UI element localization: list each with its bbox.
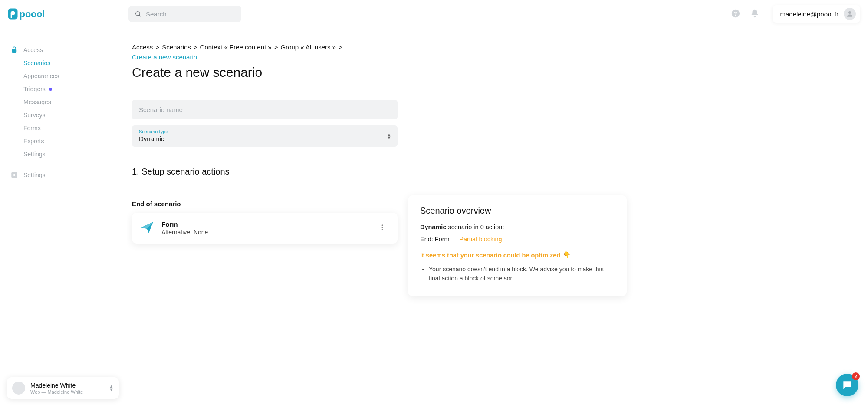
sidebar-section-access[interactable]: Access bbox=[8, 43, 122, 56]
chat-icon bbox=[842, 379, 853, 391]
action-subtitle: Alternative: None bbox=[161, 229, 368, 236]
breadcrumb-part[interactable]: Scenarios bbox=[162, 43, 191, 51]
overview-summary: Dynamic scenario in 0 action: bbox=[420, 224, 615, 230]
breadcrumb-separator: > bbox=[274, 43, 278, 51]
sidebar-item-label: Messages bbox=[23, 99, 51, 105]
sidebar-global-settings-label: Settings bbox=[23, 171, 46, 178]
overview-optimize-heading: It seems that your scenario could be opt… bbox=[420, 251, 615, 259]
breadcrumb-separator: > bbox=[339, 43, 342, 51]
breadcrumb-part[interactable]: Group « All users » bbox=[280, 43, 336, 51]
avatar bbox=[844, 8, 856, 20]
user-email: madeleine@poool.fr bbox=[780, 10, 838, 18]
sidebar-item-triggers[interactable]: Triggers bbox=[21, 82, 122, 95]
user-menu[interactable]: madeleine@poool.fr bbox=[773, 5, 860, 23]
sidebar-item-appearances[interactable]: Appearances bbox=[21, 69, 122, 82]
breadcrumb-current: Create a new scenario bbox=[132, 53, 197, 61]
sidebar-item-messages[interactable]: Messages bbox=[21, 95, 122, 109]
breadcrumb: Access > Scenarios > Context « Free cont… bbox=[132, 43, 398, 61]
breadcrumb-separator: > bbox=[194, 43, 197, 51]
overview-heading: Scenario overview bbox=[420, 206, 615, 216]
notifications-icon[interactable] bbox=[750, 9, 760, 20]
search-icon bbox=[135, 10, 141, 18]
chat-badge: 2 bbox=[852, 372, 860, 380]
pointing-down-icon: 👇 bbox=[563, 251, 571, 259]
breadcrumb-part[interactable]: Access bbox=[132, 43, 153, 51]
breadcrumb-separator: > bbox=[155, 43, 159, 51]
svg-point-8 bbox=[848, 11, 851, 14]
sidebar-item-surveys[interactable]: Surveys bbox=[21, 109, 122, 122]
sidebar-item-exports[interactable]: Exports bbox=[21, 135, 122, 148]
search-box[interactable] bbox=[128, 6, 241, 22]
sidebar-items: Scenarios Appearances Triggers Messages … bbox=[21, 56, 122, 161]
sidebar-global-settings[interactable]: Settings bbox=[8, 168, 122, 181]
scenario-name-field[interactable] bbox=[132, 100, 398, 119]
kebab-icon bbox=[378, 224, 386, 231]
chat-launcher[interactable]: 2 bbox=[836, 374, 858, 396]
scenario-type-select[interactable]: Scenario type Dynamic ▲▼ bbox=[132, 125, 398, 147]
brand-logo[interactable]: poool bbox=[8, 7, 121, 20]
updown-chevron-icon: ▲▼ bbox=[109, 385, 114, 391]
gear-icon bbox=[10, 171, 18, 179]
svg-rect-2 bbox=[11, 13, 12, 18]
action-title: Form bbox=[161, 221, 368, 228]
sidebar: Access Scenarios Appearances Triggers Me… bbox=[0, 28, 127, 405]
project-title: Madeleine White bbox=[30, 382, 104, 389]
svg-point-14 bbox=[382, 229, 383, 230]
svg-text:?: ? bbox=[734, 10, 737, 16]
sidebar-item-label: Forms bbox=[23, 125, 41, 132]
overview-end-line: End: Form — Partial blocking bbox=[420, 236, 615, 243]
poool-logo-icon: poool bbox=[8, 7, 51, 20]
end-of-scenario-heading: End of scenario bbox=[132, 200, 398, 207]
sidebar-item-label: Triggers bbox=[23, 86, 46, 92]
sidebar-item-label: Scenarios bbox=[23, 59, 50, 66]
sidebar-section-label: Access bbox=[23, 46, 43, 53]
svg-line-5 bbox=[139, 15, 141, 16]
end-action-card: Form Alternative: None bbox=[132, 213, 398, 244]
project-subtitle: Web — Madeleine White bbox=[30, 389, 104, 395]
project-switcher[interactable]: Madeleine White Web — Madeleine White ▲▼ bbox=[7, 377, 119, 399]
sidebar-item-label: Settings bbox=[23, 151, 46, 158]
action-menu-button[interactable] bbox=[376, 221, 389, 235]
sidebar-item-scenarios[interactable]: Scenarios bbox=[21, 56, 122, 69]
sidebar-item-label: Appearances bbox=[23, 72, 59, 79]
sidebar-item-settings[interactable]: Settings bbox=[21, 148, 122, 161]
breadcrumb-part[interactable]: Context « Free content » bbox=[200, 43, 272, 51]
scenario-type-value: Dynamic bbox=[139, 135, 391, 142]
help-icon[interactable]: ? bbox=[731, 9, 740, 20]
svg-point-11 bbox=[13, 174, 16, 176]
svg-text:poool: poool bbox=[20, 9, 45, 20]
svg-point-4 bbox=[136, 12, 140, 16]
app-header: poool ? madeleine@poool.fr bbox=[0, 0, 868, 28]
scenario-overview-card: Scenario overview Dynamic scenario in 0 … bbox=[408, 195, 627, 296]
search-input[interactable] bbox=[146, 10, 235, 18]
paper-plane-icon bbox=[141, 221, 154, 235]
svg-point-12 bbox=[382, 224, 383, 226]
section-heading: 1. Setup scenario actions bbox=[132, 167, 398, 177]
svg-point-13 bbox=[382, 227, 383, 228]
indicator-dot-icon bbox=[49, 88, 52, 91]
overview-bullets: Your scenario doesn't end in a block. We… bbox=[420, 265, 615, 283]
sidebar-item-label: Surveys bbox=[23, 112, 46, 119]
updown-chevron-icon: ▲▼ bbox=[387, 133, 391, 139]
scenario-type-label: Scenario type bbox=[139, 129, 391, 134]
project-avatar bbox=[12, 382, 25, 395]
main-content: Access > Scenarios > Context « Free cont… bbox=[127, 28, 868, 405]
lock-icon bbox=[10, 46, 18, 54]
scenario-name-input[interactable] bbox=[139, 106, 391, 113]
svg-rect-9 bbox=[12, 49, 17, 53]
header-icons: ? bbox=[731, 9, 760, 20]
sidebar-item-label: Exports bbox=[23, 138, 44, 145]
sidebar-item-forms[interactable]: Forms bbox=[21, 122, 122, 135]
page-title: Create a new scenario bbox=[132, 65, 398, 80]
overview-bullet: Your scenario doesn't end in a block. We… bbox=[429, 265, 615, 283]
